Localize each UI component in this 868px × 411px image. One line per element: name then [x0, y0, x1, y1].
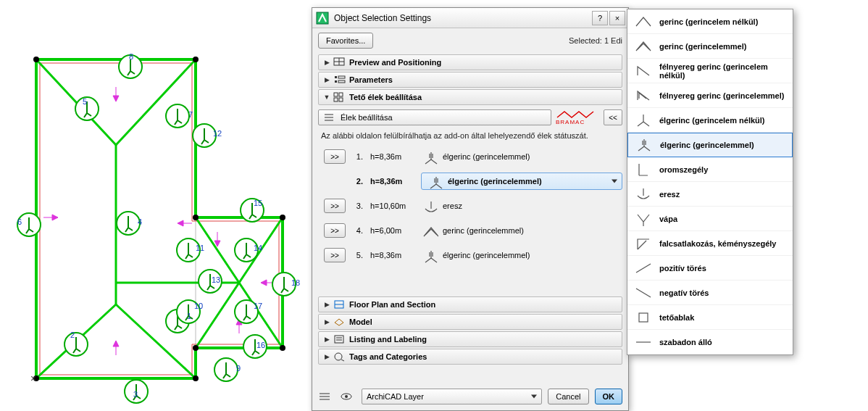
- eye-icon: [340, 391, 353, 402]
- popup-item-label: félnyereg gerinc (gerincelemmel): [659, 91, 784, 100]
- popup-item-11[interactable]: negatív törés: [627, 281, 793, 305]
- layer-lines-icon: [318, 391, 331, 402]
- section-floorplan[interactable]: ▶ Floor Plan and Section: [318, 296, 622, 312]
- popup-item-13[interactable]: szabadon álló: [627, 330, 793, 354]
- popup-item-8[interactable]: vápa: [627, 207, 793, 231]
- svg-marker-25: [261, 280, 267, 286]
- svg-marker-21: [178, 220, 183, 226]
- svg-point-33: [193, 345, 199, 351]
- popup-item-icon: [633, 161, 654, 178]
- ok-button[interactable]: OK: [595, 389, 623, 404]
- archicad-icon: [315, 11, 330, 25]
- svg-rect-54: [335, 336, 343, 343]
- node-label-7: 7: [188, 110, 193, 119]
- edges-icon: [333, 92, 346, 102]
- row-number: 4.: [353, 226, 363, 235]
- help-button[interactable]: ?: [592, 11, 608, 25]
- svg-rect-41: [335, 76, 337, 78]
- node-label-10: 10: [194, 302, 203, 310]
- edge-type-dropdown[interactable]: Élek beállítása: [318, 109, 551, 125]
- popup-item-9[interactable]: falcsatlakozás, kéményszegély: [627, 231, 793, 256]
- popup-item-10[interactable]: pozitív törés: [627, 256, 793, 281]
- edge-type-label: eresz: [443, 202, 462, 210]
- popup-item-3[interactable]: félnyereg gerinc (gerincelemmel): [627, 83, 793, 108]
- edge-type-popup[interactable]: gerinc (gerincelem nélkül)gerinc (gerinc…: [627, 9, 793, 355]
- popup-item-icon: [633, 309, 654, 326]
- popup-item-7[interactable]: eresz: [627, 182, 793, 207]
- dialog-title: Object Selection Settings: [334, 13, 591, 23]
- back-button[interactable]: <<: [604, 109, 622, 125]
- svg-rect-42: [338, 76, 345, 78]
- go-button[interactable]: >>: [324, 223, 346, 238]
- row-number: 1.: [353, 152, 363, 161]
- tags-icon: [333, 352, 346, 362]
- section-edges-hu[interactable]: ▼ Tető élek beállítása: [318, 89, 622, 105]
- popup-item-label: eresz: [659, 190, 680, 199]
- svg-text:×: ×: [30, 373, 36, 384]
- selected-count: Selected: 1 Edi: [569, 36, 622, 45]
- favorites-button[interactable]: Favorites...: [318, 33, 373, 49]
- preview-icon: [333, 57, 346, 67]
- parameters-icon: [333, 75, 346, 85]
- node-label-9: 9: [236, 364, 241, 373]
- section-preview-positioning[interactable]: ▶ Preview and Positioning: [318, 54, 622, 70]
- popup-item-icon: [634, 136, 654, 154]
- svg-point-29: [193, 57, 199, 62]
- node-label-4: 4: [138, 217, 142, 226]
- node-label-14: 14: [254, 244, 262, 252]
- edge-type-label: élgerinc (gerincelemmel): [448, 177, 542, 186]
- layer-selector[interactable]: ArchiCAD Layer: [362, 389, 542, 404]
- svg-line-58: [341, 360, 344, 361]
- edge-type-selector[interactable]: élgerinc (gerincelemmel): [421, 173, 622, 190]
- dialog-titlebar[interactable]: Object Selection Settings ? ×: [312, 8, 628, 28]
- edge-markers: [17, 55, 296, 403]
- node-label-11: 11: [196, 244, 204, 252]
- node-label-15: 15: [254, 199, 262, 207]
- edge-type-label: élgerinc (gerincelemmel): [443, 251, 530, 260]
- popup-item-6[interactable]: oromszegély: [627, 157, 793, 182]
- node-label-18: 18: [291, 278, 300, 287]
- section-listing[interactable]: ▶ Listing and Labeling: [318, 331, 622, 347]
- node-label-3: 3: [133, 390, 138, 399]
- edge-type-icon: [421, 149, 438, 164]
- section-tags[interactable]: ▶ Tags and Categories: [318, 349, 622, 365]
- popup-item-4[interactable]: élgerinc (gerincelem nélkül): [627, 108, 793, 133]
- go-button[interactable]: >>: [324, 248, 346, 262]
- popup-item-icon: [633, 210, 654, 228]
- node-label-1: 1: [187, 312, 191, 320]
- edge-list: >>1.h=8,36mélgerinc (gerincelemmel)2.h=8…: [324, 144, 622, 267]
- override-hint: Az alábbi oldalon felülbírálhatja az add…: [321, 131, 619, 140]
- row-number: 5.: [353, 251, 363, 260]
- svg-rect-64: [639, 313, 648, 322]
- cancel-button[interactable]: Cancel: [548, 389, 588, 404]
- popup-item-5[interactable]: élgerinc (gerincelemmel): [627, 133, 793, 157]
- node-label-8: 8: [129, 52, 133, 61]
- node-label-2: 2: [70, 331, 75, 339]
- bramac-logo: BRAMAC: [556, 109, 599, 125]
- popup-item-label: élgerinc (gerincelem nélkül): [659, 116, 765, 125]
- edge-row-2: 2.h=8,36mélgerinc (gerincelemmel): [324, 169, 622, 194]
- popup-item-icon: [633, 62, 654, 80]
- edge-row-5: >>5.h=8,36mélgerinc (gerincelemmel): [324, 243, 622, 267]
- popup-item-icon: [633, 186, 654, 203]
- row-number: 3.: [353, 202, 363, 210]
- section-model[interactable]: ▶ Model: [318, 314, 622, 330]
- node-label-6: 6: [17, 217, 22, 226]
- node-label-5: 5: [83, 97, 87, 106]
- popup-item-label: falcsatlakozás, kéményszegély: [659, 239, 776, 248]
- edge-type-label: élgerinc (gerincelemmel): [443, 152, 530, 161]
- popup-item-2[interactable]: félnyereg gerinc (gerincelem nélkül): [627, 59, 793, 83]
- go-button[interactable]: >>: [324, 199, 346, 213]
- section-parameters[interactable]: ▶ Parameters: [318, 72, 622, 88]
- svg-point-57: [335, 353, 342, 360]
- popup-item-0[interactable]: gerinc (gerincelem nélkül): [627, 9, 793, 34]
- layer-label: ArchiCAD Layer: [367, 392, 424, 401]
- popup-item-12[interactable]: tetőablak: [627, 305, 793, 330]
- edge-type-icon: [421, 248, 438, 262]
- svg-marker-15: [52, 215, 58, 220]
- popup-item-1[interactable]: gerinc (gerincelemmel): [627, 34, 793, 59]
- popup-item-label: pozitív törés: [659, 264, 706, 273]
- close-button[interactable]: ×: [609, 11, 625, 25]
- go-button[interactable]: >>: [324, 149, 346, 164]
- edge-type-label: gerinc (gerincelemmel): [443, 226, 524, 235]
